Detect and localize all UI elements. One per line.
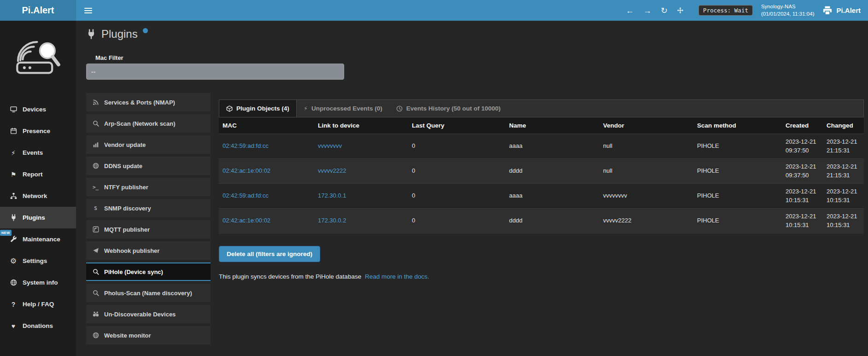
column-header-mac: MAC	[219, 117, 314, 134]
plugin-item-label: NTFY publisher	[104, 184, 148, 191]
last-query-cell: 0	[408, 189, 505, 203]
plugin-item-snmp-discovery[interactable]: S SNMP discovery	[86, 199, 211, 217]
table-row: 02:42:59:ad:fd:cc vvvvvvvv 0 aaaa null P…	[219, 134, 864, 159]
sidebar-item-label: System info	[23, 279, 58, 286]
network-sitemap-icon	[9, 193, 18, 199]
delete-all-button[interactable]: Delete all (filters are ignored)	[219, 246, 320, 262]
vendor-cell: vvvvvvvv	[599, 189, 693, 203]
signal-icon	[92, 99, 100, 105]
tab-events-history[interactable]: Events History (50 out of 10000)	[389, 100, 508, 117]
process-status-badge: Process: Wait	[698, 5, 753, 16]
plugin-item-vendor-update[interactable]: Vendor update	[86, 135, 211, 154]
clock-icon	[396, 105, 403, 112]
column-header-changed: Changed	[823, 117, 864, 134]
name-cell: aaaa	[505, 139, 599, 153]
device-link[interactable]: 172.30.0.2	[314, 214, 408, 228]
column-header-created: Created	[782, 117, 823, 134]
created-cell: 2023-12-21 09:37:50	[782, 160, 823, 183]
plugin-item-label: SNMP discovery	[104, 205, 151, 212]
cube-icon	[226, 105, 233, 112]
mac-link[interactable]: 02:42:ac:1e:00:02	[219, 214, 314, 228]
plugin-item-label: MQTT publisher	[104, 226, 150, 233]
right-brand-label: Pi.Alert	[836, 6, 861, 14]
plugin-item-ntfy-publisher[interactable]: >_ NTFY publisher	[86, 178, 211, 196]
table-row: 02:42:ac:1e:00:02 vvvvv2222 0 dddd null …	[219, 159, 864, 184]
host-time: (01/01/2024, 11:31:04)	[761, 11, 815, 18]
tab-unprocessed-events[interactable]: ⚡ Unprocessed Events (0)	[297, 100, 389, 117]
globe-icon	[92, 332, 100, 338]
refresh-icon[interactable]: ↻	[661, 6, 668, 15]
plugin-item-label: Pholus-Scan (Name discovery)	[104, 290, 192, 297]
tab-plugin-objects[interactable]: Plugin Objects (4)	[219, 100, 297, 117]
tab-label: Events History (50 out of 10000)	[406, 105, 501, 112]
last-query-cell: 0	[408, 164, 505, 178]
docs-link[interactable]: Read more in the docs.	[365, 273, 429, 280]
table-header: MAC Link to device Last Query Name Vendo…	[219, 117, 864, 134]
sidebar-item-label: Report	[23, 171, 43, 178]
topbar-right: ← → ↻ Process: Wait Synology-NAS (01/01/…	[626, 0, 868, 21]
sidebar-item-plugins[interactable]: Plugins	[0, 207, 76, 228]
chart-icon	[92, 141, 100, 148]
app-logo	[0, 21, 76, 80]
last-query-cell: 0	[408, 214, 505, 228]
donations-heart-icon: ♥	[9, 322, 18, 330]
host-name: Synology-NAS	[761, 3, 815, 11]
scan-method-cell: PIHOLE	[693, 139, 782, 153]
sidebar-menu: Devices Presence ⚡ Events ⚑ Report Netwo…	[0, 99, 76, 337]
sidebar-item-system-info[interactable]: System info	[0, 272, 76, 293]
device-link[interactable]: vvvvv2222	[314, 164, 408, 178]
sidebar-item-label: Events	[23, 149, 43, 156]
device-link[interactable]: 172.30.0.1	[314, 189, 408, 203]
sidebar-item-network[interactable]: Network	[0, 185, 76, 207]
mac-link[interactable]: 02:42:ac:1e:00:02	[219, 164, 314, 178]
sidebar: Devices Presence ⚡ Events ⚑ Report Netwo…	[0, 21, 76, 356]
tab-label: Unprocessed Events (0)	[311, 105, 382, 112]
new-badge: NEW	[0, 230, 12, 236]
column-header-link: Link to device	[314, 117, 408, 134]
events-icon: ⚡	[9, 149, 18, 157]
sidebar-item-settings[interactable]: ⚙ Settings	[0, 250, 76, 272]
sidebar-item-help-faq[interactable]: ? Help / FAQ	[0, 293, 76, 315]
forward-arrow-icon[interactable]: →	[643, 6, 651, 15]
sidebar-item-presence[interactable]: Presence	[0, 120, 76, 142]
bolt-icon: ⚡	[304, 105, 308, 112]
plugin-item-website-monitor[interactable]: Website monitor	[86, 326, 211, 344]
back-arrow-icon[interactable]: ←	[626, 6, 634, 15]
plugin-description: This plugin syncs devices from the PiHol…	[219, 273, 864, 280]
plugin-item-label: Webhook publisher	[104, 247, 159, 254]
name-cell: dddd	[505, 164, 599, 178]
plugin-description-text: This plugin syncs devices from the PiHol…	[219, 273, 361, 280]
plugin-item-arp-scan[interactable]: Arp-Scan (Network scan)	[86, 114, 211, 133]
mac-link[interactable]: 02:42:59:ad:fd:cc	[219, 139, 314, 153]
presence-icon	[9, 128, 18, 134]
plugin-item-nmap[interactable]: Services & Ports (NMAP)	[86, 93, 211, 111]
plugin-item-pihole[interactable]: PiHole (Device sync)	[86, 263, 211, 281]
page-title: Plugins	[86, 28, 148, 41]
plugin-item-ddns-update[interactable]: DDNS update	[86, 157, 211, 175]
plugin-menu: Services & Ports (NMAP) Arp-Scan (Networ…	[86, 93, 211, 347]
plugin-panel: Plugin Objects (4) ⚡ Unprocessed Events …	[219, 99, 864, 280]
sidebar-item-donations[interactable]: ♥ Donations	[0, 315, 76, 337]
sidebar-item-report[interactable]: ⚑ Report	[0, 163, 76, 185]
plugin-item-mqtt-publisher[interactable]: MQTT publisher	[86, 220, 211, 239]
column-header-vendor: Vendor	[599, 117, 693, 134]
sidebar-item-devices[interactable]: Devices	[0, 99, 76, 120]
plugin-item-label: Services & Ports (NMAP)	[104, 99, 175, 106]
brand-logo[interactable]: Pi.Alert	[0, 0, 76, 21]
sidebar-toggle-button[interactable]	[76, 0, 100, 21]
sidebar-item-label: Devices	[23, 106, 46, 113]
device-link[interactable]: vvvvvvvv	[314, 139, 408, 153]
move-icon[interactable]	[677, 7, 684, 14]
mac-link[interactable]: 02:42:59:ad:fd:cc	[219, 189, 314, 203]
sidebar-item-label: Network	[23, 193, 47, 199]
sidebar-item-maintenance[interactable]: NEW Maintenance	[0, 228, 76, 250]
plugin-item-webhook-publisher[interactable]: Webhook publisher	[86, 241, 211, 260]
name-cell: dddd	[505, 214, 599, 228]
sidebar-item-events[interactable]: ⚡ Events	[0, 142, 76, 163]
plugin-item-pholus-scan[interactable]: Pholus-Scan (Name discovery)	[86, 284, 211, 302]
mac-filter-input[interactable]	[86, 64, 344, 80]
plugin-item-undiscoverable-devices[interactable]: Un-Discoverable Devices	[86, 305, 211, 323]
name-cell: aaaa	[505, 189, 599, 203]
plugins-info-badge[interactable]	[143, 28, 148, 33]
vendor-cell: null	[599, 164, 693, 178]
